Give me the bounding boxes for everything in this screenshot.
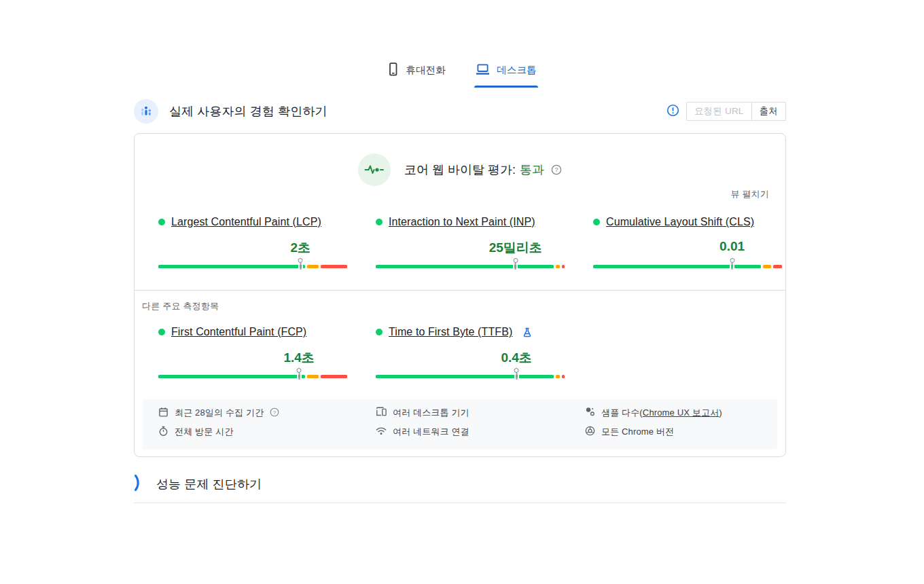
metric-lcp-link[interactable]: Largest Contentful Paint (LCP) [171, 216, 321, 228]
sample-size-label: 샘플 다수(Chrome UX 보고서) [601, 407, 722, 419]
info-icon[interactable] [667, 104, 679, 120]
distribution-marker [298, 258, 304, 270]
metric-cls-value: 0.01 [719, 239, 745, 254]
footer-col-sample: 샘플 다수(Chrome UX 보고서) 모든 Chrome 버전 [585, 407, 722, 438]
fcp-distribution-bar [158, 368, 347, 380]
metric-inp-value: 25밀리초 [489, 239, 542, 257]
core-web-vitals-card: 코어 웹 바이탈 평가: 통과 ? 뷰 펼치기 Largest Contentf… [134, 133, 786, 457]
field-data-header: 실제 사용자의 경험 확인하기 요청된 URL 출처 [134, 99, 786, 124]
metric-inp-link[interactable]: Interaction to Next Paint (INP) [389, 216, 535, 228]
devices-item: 여러 데스크톱 기기 [376, 407, 469, 419]
inp-distribution-bar [376, 258, 565, 270]
metric-cls: Cumulative Layout Shift (CLS) 0.01 [593, 216, 782, 274]
collection-period-label: 최근 28일의 수집 기간 [175, 407, 264, 419]
tab-mobile-label: 휴대전화 [406, 64, 446, 77]
visit-duration-label: 전체 방문 시간 [175, 426, 233, 438]
diagnose-title: 성능 문제 진단하기 [156, 476, 262, 492]
tab-mobile[interactable]: 휴대전화 [386, 58, 447, 88]
svg-text:?: ? [554, 166, 558, 173]
metric-fcp-value: 1.4초 [283, 349, 314, 367]
section-title: 실제 사용자의 경험 확인하기 [169, 103, 327, 120]
distribution-marker [512, 258, 518, 270]
svg-text:?: ? [273, 409, 277, 415]
experimental-flask-icon [522, 327, 532, 337]
good-segment [158, 375, 305, 378]
cwv-status-pass: 통과 [520, 162, 544, 178]
metric-cls-link[interactable]: Cumulative Layout Shift (CLS) [606, 216, 754, 228]
device-tabs: 휴대전화 데스크톱 [0, 58, 924, 88]
visit-duration-item: 전체 방문 시간 [158, 426, 279, 438]
chrome-versions-label: 모든 Chrome 버전 [601, 426, 674, 438]
poor-segment [321, 265, 347, 268]
metric-header: First Contentful Paint (FCP) [158, 326, 347, 338]
phone-icon [387, 62, 399, 78]
calendar-icon [158, 407, 168, 420]
laptop-icon [476, 64, 490, 77]
other-metrics-label: 다른 주요 측정항목 [142, 300, 219, 312]
average-segment [556, 265, 560, 268]
average-segment [307, 265, 319, 268]
metric-fcp: First Contentful Paint (FCP) 1.4초 [158, 326, 347, 384]
good-status-dot [158, 219, 165, 225]
metric-ttfb-link[interactable]: Time to First Byte (TTFB) [389, 326, 512, 338]
crux-report-link[interactable]: Chrome UX 보고서 [643, 407, 719, 418]
poor-segment [773, 265, 782, 268]
cwv-title: 코어 웹 바이탈 평가: [404, 162, 516, 178]
good-status-dot [593, 219, 600, 225]
distribution-marker [729, 258, 735, 270]
distribution-marker [296, 368, 302, 380]
network-item: 여러 네트워크 연결 [376, 426, 469, 438]
url-origin-toggle: 요청된 URL 출처 [686, 102, 786, 121]
chrome-versions-item: 모든 Chrome 버전 [585, 426, 722, 438]
pagespeed-insights-page: 휴대전화 데스크톱 실제 사용자의 경험 확인하기 [0, 0, 924, 584]
header-controls: 요청된 URL 출처 [667, 102, 786, 121]
good-status-dot [376, 219, 383, 225]
good-segment [376, 375, 554, 378]
requested-url-button[interactable]: 요청된 URL [687, 103, 751, 120]
cwv-assessment-text: 코어 웹 바이탈 평가: 통과 ? [404, 162, 562, 178]
good-status-dot [376, 329, 383, 335]
metric-ttfb: Time to First Byte (TTFB) 0.4초 [376, 326, 565, 384]
collection-period-item: 최근 28일의 수집 기간 ? [158, 407, 279, 419]
data-collection-footer: 최근 28일의 수집 기간 ? 전체 방문 시간 [143, 399, 777, 450]
devices-icon [376, 407, 387, 419]
good-segment [593, 265, 761, 268]
network-label: 여러 네트워크 연결 [393, 426, 469, 438]
metric-header: Interaction to Next Paint (INP) [376, 216, 565, 228]
distribution-marker [514, 368, 520, 380]
average-segment [763, 265, 771, 268]
chrome-icon [585, 426, 595, 438]
metric-lcp: Largest Contentful Paint (LCP) 2초 [158, 216, 347, 274]
wifi-icon [376, 426, 387, 437]
good-status-dot [158, 329, 165, 335]
metric-header: Time to First Byte (TTFB) [376, 326, 565, 338]
footer-col-period: 최근 28일의 수집 기간 ? 전체 방문 시간 [158, 407, 279, 438]
cwv-assessment: 코어 웹 바이탈 평가: 통과 ? [135, 153, 785, 186]
metric-lcp-value: 2초 [291, 239, 311, 257]
metric-header: Largest Contentful Paint (LCP) [158, 216, 347, 228]
tab-desktop-label: 데스크톱 [497, 64, 537, 77]
ttfb-distribution-bar [376, 368, 565, 380]
pulse-icon [358, 153, 391, 186]
diagnose-section-header[interactable]: 성능 문제 진단하기 [134, 474, 786, 494]
poor-segment [321, 375, 347, 378]
origin-button[interactable]: 출처 [751, 103, 785, 120]
tab-desktop[interactable]: 데스크톱 [474, 58, 538, 88]
gauge-arc-icon [134, 474, 144, 494]
sample-size-item: 샘플 다수(Chrome UX 보고서) [585, 407, 722, 419]
help-icon[interactable]: ? [270, 407, 279, 419]
expand-view-link[interactable]: 뷰 펼치기 [730, 188, 769, 200]
field-data-title-group: 실제 사용자의 경험 확인하기 [134, 99, 327, 124]
help-icon[interactable]: ? [551, 164, 562, 175]
stopwatch-icon [158, 426, 168, 439]
devices-label: 여러 데스크톱 기기 [393, 407, 469, 419]
user-experience-icon [134, 99, 158, 124]
metric-header: Cumulative Layout Shift (CLS) [593, 216, 782, 228]
poor-segment [562, 265, 565, 268]
footer-col-devices: 여러 데스크톱 기기 여러 네트워크 연결 [376, 407, 469, 438]
metrics-divider [135, 290, 785, 291]
metric-fcp-link[interactable]: First Contentful Paint (FCP) [171, 326, 306, 338]
average-segment [556, 375, 560, 378]
good-segment [376, 265, 554, 268]
lcp-distribution-bar [158, 258, 347, 270]
